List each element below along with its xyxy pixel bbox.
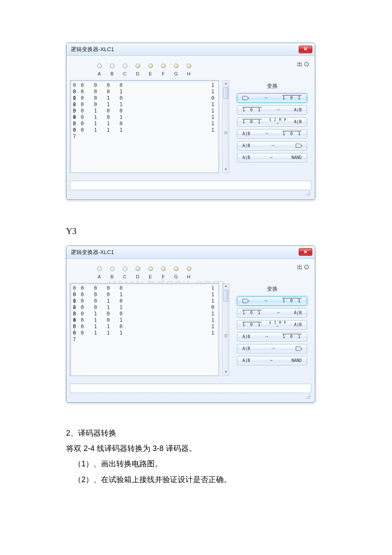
pin-circle-icon[interactable] (161, 266, 166, 271)
truth-cell: 0 (89, 82, 102, 89)
row-index: 0 0 7 (73, 127, 89, 133)
input-pin-b[interactable]: B (110, 266, 115, 281)
pin-circle-icon[interactable] (97, 64, 102, 68)
close-icon: ✕ (303, 45, 308, 54)
pin-circle-icon[interactable] (161, 64, 166, 68)
pin-label: H (187, 70, 190, 78)
pin-circle-icon[interactable] (174, 64, 179, 68)
convert-button-3[interactable]: A|B→1 0 1 (237, 129, 307, 139)
convert-button-4[interactable]: A|B→ (237, 344, 307, 353)
pin-circle-icon[interactable] (148, 266, 153, 271)
titlebar[interactable]: 逻辑变换器-XLC1 ✕ (66, 43, 315, 56)
btn-right: 1 0 1 (282, 94, 302, 102)
convert-button-2[interactable]: 1 0 1S I M P→A|B (237, 117, 307, 127)
pin-circle-icon[interactable] (123, 64, 127, 68)
row-index: 0 0 5 (73, 317, 89, 324)
text-line-3: （1）、画出转换电路图。 (66, 457, 328, 471)
scroll-thumb[interactable] (223, 87, 228, 99)
truth-cell: 0 (102, 108, 115, 114)
pin-label: C (123, 273, 127, 281)
input-pin-f[interactable]: F (161, 64, 166, 78)
scrollbar[interactable]: ▲ ▼ (222, 283, 229, 376)
btn-mid: → (276, 308, 280, 318)
convert-button-2[interactable]: 1 0 1S I M P→A|B (237, 320, 307, 330)
text-line-2: 将双 2-4 线译码器转换为 3-8 译码器。 (66, 442, 328, 455)
btn-left: A|B (242, 130, 250, 138)
pin-circle-icon[interactable] (123, 266, 127, 271)
input-pin-e[interactable]: E (148, 266, 153, 281)
truth-cell: 0 (115, 324, 127, 330)
truth-cell: 1 (102, 101, 115, 108)
truth-output: 1 (211, 114, 214, 121)
input-pin-f[interactable]: F (161, 266, 166, 281)
truth-cell: 0 (115, 311, 127, 317)
convert-button-3[interactable]: A|B→1 0 1 (237, 332, 307, 341)
table-row: 0 0 4100 (73, 108, 127, 114)
scroll-thumb[interactable] (223, 290, 228, 302)
scroll-up-icon[interactable]: ▲ (223, 81, 229, 87)
btn-mid: → (276, 105, 280, 115)
pin-circle-icon[interactable] (135, 266, 140, 271)
close-button[interactable]: ✕ (299, 248, 312, 256)
close-button[interactable]: ✕ (299, 46, 312, 53)
input-pin-c[interactable]: C (122, 64, 127, 78)
truth-output: 1 (211, 101, 214, 108)
convert-button-5[interactable]: A|B→NAND (237, 153, 307, 162)
input-pin-e[interactable]: E (148, 64, 153, 78)
table-row: 0 0 6110 (73, 121, 127, 127)
input-pin-d[interactable]: D (135, 266, 140, 281)
scrollbar[interactable]: ▲ ▼ (222, 80, 229, 173)
convert-title: 变换 (234, 284, 310, 294)
body-text: 2、译码器转换 将双 2-4 线译码器转换为 3-8 译码器。 （1）、画出转换… (66, 426, 328, 487)
expression-input[interactable] (70, 181, 311, 190)
resize-grip[interactable] (70, 190, 311, 196)
pin-circle-icon[interactable] (148, 64, 153, 68)
btn-right: NAND (291, 357, 302, 364)
input-pin-g[interactable]: G (173, 266, 179, 281)
scroll-down-icon[interactable]: ▼ (223, 167, 229, 173)
pin-circle-icon[interactable] (135, 64, 140, 68)
truth-cell: 0 (89, 101, 102, 108)
truth-cell: 1 (89, 121, 102, 127)
input-pin-c[interactable]: C (122, 266, 127, 281)
scroll-down-icon[interactable]: ▼ (223, 370, 229, 376)
input-pin-d[interactable]: D (135, 64, 140, 78)
pin-circle-icon[interactable] (187, 266, 191, 271)
table-row: 0 0 3011 (73, 101, 127, 108)
btn-right: A|B (294, 309, 302, 317)
convert-button-1[interactable]: 1 0 1→A|B (237, 308, 307, 318)
window-body: 出 ABCDEFGH 0 0 00000 0 10010 0 20100 0 3… (66, 56, 315, 199)
pin-circle-icon[interactable] (110, 266, 115, 271)
expression-input[interactable] (70, 384, 311, 393)
pin-circle-icon[interactable] (174, 266, 179, 271)
row-index: 0 0 2 (73, 298, 89, 304)
input-pin-a[interactable]: A (97, 266, 102, 281)
pin-circle-icon[interactable] (187, 64, 191, 68)
window-title: 逻辑变换器-XLC1 (71, 247, 114, 257)
input-pin-h[interactable]: H (186, 266, 191, 281)
pin-circle-icon[interactable] (97, 266, 102, 271)
pin-label: F (162, 70, 165, 78)
input-pin-h[interactable]: H (186, 64, 191, 78)
convert-button-5[interactable]: A|B→NAND (237, 356, 307, 365)
truth-cell: 1 (89, 317, 102, 324)
table-row: 0 0 3011 (73, 304, 127, 311)
input-pin-g[interactable]: G (173, 64, 179, 78)
input-pin-a[interactable]: A (97, 64, 102, 78)
convert-button-1[interactable]: 1 0 1→A|B (237, 105, 307, 115)
text-line-4: （2）、在试验箱上接线并验证设计是否正确。 (66, 473, 328, 486)
truth-cell: 0 (102, 114, 115, 121)
resize-grip[interactable] (70, 393, 311, 399)
window-body: www.bdocx.com 出 ABCDEFGH 0 0 00000 0 100… (66, 259, 315, 402)
row-index: 0 0 7 (73, 330, 89, 336)
convert-button-0[interactable]: →1 0 1 (237, 296, 307, 306)
convert-button-4[interactable]: A|B→ (237, 141, 307, 150)
truth-cell: 1 (102, 330, 115, 336)
input-pin-b[interactable]: B (110, 64, 115, 78)
btn-right: A|B (294, 106, 302, 114)
pin-circle-icon[interactable] (110, 64, 115, 68)
titlebar[interactable]: 逻辑变换器-XLC1 ✕ (66, 246, 315, 259)
truth-cell: 1 (102, 304, 115, 311)
scroll-up-icon[interactable]: ▲ (223, 283, 229, 289)
convert-button-0[interactable]: →1 0 1 (237, 93, 307, 103)
